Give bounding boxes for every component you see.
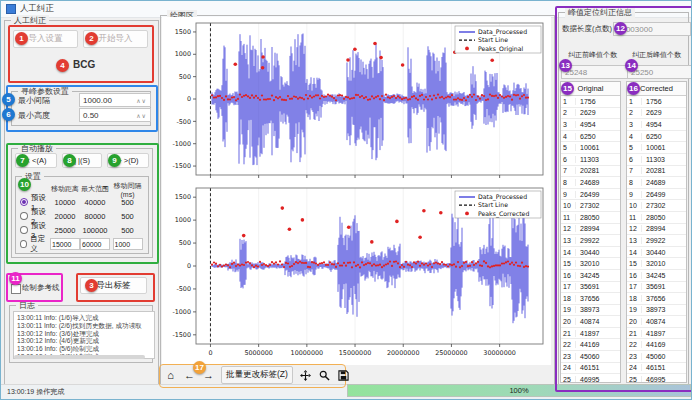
preset-radio[interactable] bbox=[20, 240, 27, 248]
table-row[interactable]: 824689 bbox=[627, 177, 686, 189]
table-row[interactable]: 2446151 bbox=[561, 363, 620, 375]
preset-radio[interactable] bbox=[20, 226, 28, 234]
preset-value: 500 bbox=[110, 212, 145, 221]
table-row[interactable]: 1228994 bbox=[561, 224, 620, 236]
table-row[interactable]: 611303 bbox=[561, 154, 620, 166]
min-interval-field[interactable]: 1000.00 ∧∨ bbox=[79, 93, 151, 107]
table-row[interactable]: 510061 bbox=[561, 142, 620, 154]
save-icon[interactable] bbox=[337, 368, 350, 382]
table-row[interactable]: 1228994 bbox=[627, 224, 686, 236]
table-row[interactable]: 2446151 bbox=[627, 363, 686, 375]
row-index: 14 bbox=[561, 249, 576, 256]
table-row[interactable]: 1027302 bbox=[627, 200, 686, 212]
table-row[interactable]: 1837656 bbox=[627, 293, 686, 305]
table-row[interactable]: 1735691 bbox=[561, 282, 620, 294]
log-hscrollbar[interactable] bbox=[14, 355, 145, 359]
corrected-peaks-table[interactable]: Corrected 117562262934954462505100616113… bbox=[626, 81, 687, 383]
table-row[interactable]: 11756 bbox=[627, 96, 686, 108]
peak-value: 2629 bbox=[576, 109, 620, 116]
table-row[interactable]: 22629 bbox=[561, 108, 620, 120]
table-row[interactable]: 1329922 bbox=[561, 235, 620, 247]
preset-radio[interactable] bbox=[20, 198, 28, 206]
table-row[interactable]: 1837656 bbox=[561, 293, 620, 305]
table-row[interactable]: 2141897 bbox=[561, 328, 620, 340]
preset-radio[interactable] bbox=[20, 212, 28, 220]
log-textarea[interactable]: 13:00:11 Info: (1/6)导入完成13:00:11 Info: (… bbox=[13, 311, 155, 359]
preset-custom-input[interactable] bbox=[113, 238, 143, 250]
table-row[interactable]: 1532010 bbox=[561, 258, 620, 270]
svg-text:1500: 1500 bbox=[175, 193, 191, 201]
peak-value: 1756 bbox=[576, 98, 620, 105]
table-row[interactable]: 720281 bbox=[561, 166, 620, 178]
table-row[interactable]: 1128050 bbox=[627, 212, 686, 224]
table-row[interactable]: 34954 bbox=[561, 119, 620, 131]
figure-canvas[interactable]: -1500-1000-500050010001500Data_Processed… bbox=[162, 17, 551, 365]
table-row[interactable]: 1430440 bbox=[561, 247, 620, 259]
table-row[interactable]: 46250 bbox=[561, 131, 620, 143]
peak-value: 30440 bbox=[576, 249, 620, 256]
table-row[interactable]: 510061 bbox=[627, 142, 686, 154]
table-row[interactable]: 720281 bbox=[627, 166, 686, 178]
table-row[interactable]: 1735691 bbox=[627, 282, 686, 294]
callout-17: 17 bbox=[193, 361, 206, 374]
peak-value: 26499 bbox=[642, 191, 686, 198]
table-row[interactable]: 1938973 bbox=[627, 305, 686, 317]
log-entry: 13:00:11 Info: (2/6)找到历史数据, 成功读取 bbox=[17, 322, 151, 330]
table-row[interactable]: 2345060 bbox=[627, 351, 686, 363]
table-row[interactable]: 611303 bbox=[627, 154, 686, 166]
table-row[interactable]: 1532010 bbox=[627, 258, 686, 270]
window-title: 人工纠正 bbox=[20, 3, 54, 15]
table-row[interactable]: 1634245 bbox=[561, 270, 620, 282]
original-peaks-table[interactable]: Original 1175622629349544625051006161130… bbox=[560, 81, 621, 383]
min-height-field[interactable]: 0.50 ∧∨ bbox=[79, 108, 151, 122]
callout-10: 10 bbox=[18, 178, 31, 191]
table-row[interactable]: 2244169 bbox=[561, 339, 620, 351]
callout-16: 16 bbox=[627, 82, 640, 95]
magnifier-icon[interactable] bbox=[318, 368, 331, 382]
table-row[interactable]: 1329922 bbox=[627, 235, 686, 247]
table-row[interactable]: 1128050 bbox=[561, 212, 620, 224]
batch-edit-labels-button[interactable]: 批量更改标签(Z) bbox=[221, 366, 293, 384]
table-row[interactable]: 2546995 bbox=[561, 374, 620, 383]
preset-custom-input[interactable] bbox=[50, 238, 80, 250]
spinner-arrows-icon[interactable]: ∧∨ bbox=[136, 112, 147, 119]
row-index: 11 bbox=[627, 214, 642, 221]
home-icon[interactable]: ⌂ bbox=[164, 368, 177, 382]
peak-value: 28050 bbox=[576, 214, 620, 221]
peak-value: 38973 bbox=[576, 306, 620, 313]
table-row[interactable]: 2546995 bbox=[627, 374, 686, 383]
callout-1: 1 bbox=[15, 32, 28, 45]
pan-arrows-icon[interactable] bbox=[299, 368, 312, 382]
table-row[interactable]: 1938973 bbox=[561, 305, 620, 317]
table-row[interactable]: 2040874 bbox=[627, 316, 686, 328]
peak-value: 37656 bbox=[642, 295, 686, 302]
autoplay-settings-group: 设置 移动距离 最大范围 移动间隔(ms) 预设11000040000500预设… bbox=[15, 176, 149, 254]
svg-text:Peaks_Corrected: Peaks_Corrected bbox=[478, 210, 529, 218]
peak-value: 34245 bbox=[576, 272, 620, 279]
table-row[interactable]: 926499 bbox=[627, 189, 686, 201]
svg-text:1000: 1000 bbox=[175, 216, 191, 224]
callout-12: 12 bbox=[614, 22, 627, 35]
table-row[interactable]: 824689 bbox=[561, 177, 620, 189]
row-index: 1 bbox=[627, 98, 642, 105]
plot-canvas[interactable]: -1500-1000-500050010001500Data_Processed… bbox=[162, 17, 551, 365]
row-index: 4 bbox=[561, 133, 576, 140]
table-row[interactable]: 11756 bbox=[561, 96, 620, 108]
draw-reference-checkbox[interactable] bbox=[11, 284, 21, 294]
table-row[interactable]: 22629 bbox=[627, 108, 686, 120]
table-row[interactable]: 2345060 bbox=[561, 351, 620, 363]
table-row[interactable]: 1430440 bbox=[627, 247, 686, 259]
row-index: 24 bbox=[561, 364, 576, 371]
table-row[interactable]: 2141897 bbox=[627, 328, 686, 340]
row-index: 17 bbox=[561, 283, 576, 290]
peak-value: 38973 bbox=[642, 306, 686, 313]
table-row[interactable]: 1027302 bbox=[561, 200, 620, 212]
table-row[interactable]: 1634245 bbox=[627, 270, 686, 282]
table-row[interactable]: 34954 bbox=[627, 119, 686, 131]
table-row[interactable]: 2040874 bbox=[561, 316, 620, 328]
preset-custom-input[interactable] bbox=[80, 238, 110, 250]
table-row[interactable]: 46250 bbox=[627, 131, 686, 143]
spinner-arrows-icon[interactable]: ∧∨ bbox=[136, 97, 147, 104]
table-row[interactable]: 926499 bbox=[561, 189, 620, 201]
table-row[interactable]: 2244169 bbox=[627, 339, 686, 351]
